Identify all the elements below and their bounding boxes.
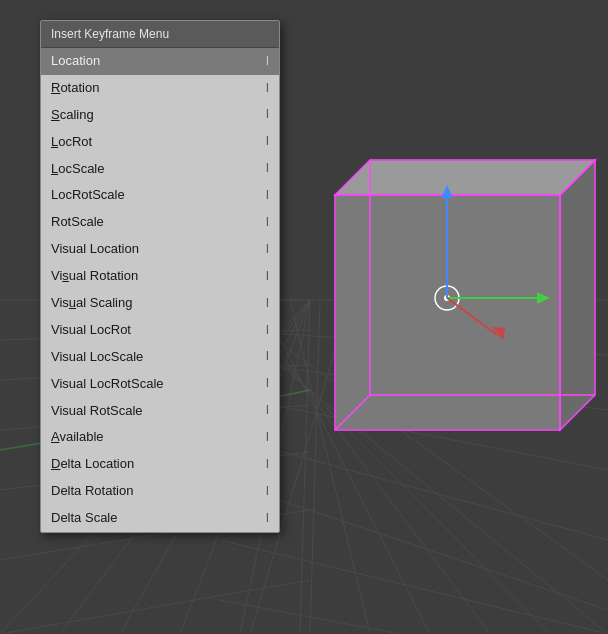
menu-title: Insert Keyframe Menu xyxy=(41,21,279,48)
menu-item-delta-location[interactable]: Delta Location I xyxy=(41,451,279,478)
menu-item-visual-scaling[interactable]: Visual Scaling I xyxy=(41,290,279,317)
menu-item-visual-rotation-shortcut: I xyxy=(266,269,269,285)
menu-item-visual-location-label: Visual Location xyxy=(51,241,258,258)
menu-item-visual-location-shortcut: I xyxy=(266,242,269,258)
menu-item-rotation-shortcut: I xyxy=(266,81,269,97)
insert-keyframe-menu: Insert Keyframe Menu Location I Rotation… xyxy=(40,20,280,533)
menu-item-delta-scale-label: Delta Scale xyxy=(51,510,258,527)
menu-item-visual-locrot[interactable]: Visual LocRot I xyxy=(41,317,279,344)
menu-item-visual-rotation-label: Visual Rotation xyxy=(51,268,258,285)
menu-item-available-shortcut: I xyxy=(266,430,269,446)
menu-item-locscale-shortcut: I xyxy=(266,161,269,177)
menu-item-delta-location-label: Delta Location xyxy=(51,456,258,473)
menu-item-rotation-label: Rotation xyxy=(51,80,258,97)
menu-item-visual-locrot-label: Visual LocRot xyxy=(51,322,258,339)
menu-item-location-shortcut: I xyxy=(266,54,269,70)
svg-line-22 xyxy=(0,580,310,634)
svg-line-28 xyxy=(300,300,310,634)
menu-item-visual-scaling-label: Visual Scaling xyxy=(51,295,258,312)
menu-item-locrot-shortcut: I xyxy=(266,134,269,150)
menu-item-visual-location[interactable]: Visual Location I xyxy=(41,236,279,263)
menu-item-visual-locrotscale-label: Visual LocRotScale xyxy=(51,376,258,393)
menu-item-visual-locrot-shortcut: I xyxy=(266,323,269,339)
menu-item-visual-locrotscale[interactable]: Visual LocRotScale I xyxy=(41,371,279,398)
menu-item-rotscale[interactable]: RotScale I xyxy=(41,209,279,236)
menu-item-visual-scaling-shortcut: I xyxy=(266,296,269,312)
menu-item-visual-locscale[interactable]: Visual LocScale I xyxy=(41,344,279,371)
menu-item-visual-locscale-shortcut: I xyxy=(266,349,269,365)
menu-item-visual-locrotscale-shortcut: I xyxy=(266,376,269,392)
menu-item-location[interactable]: Location I xyxy=(41,48,279,75)
menu-item-delta-scale-shortcut: I xyxy=(266,511,269,527)
menu-item-location-label: Location xyxy=(51,53,258,70)
menu-item-visual-rotscale-shortcut: I xyxy=(266,403,269,419)
menu-item-locscale[interactable]: LocScale I xyxy=(41,156,279,183)
menu-item-available-label: Available xyxy=(51,429,258,446)
menu-item-locscale-label: LocScale xyxy=(51,161,258,178)
menu-item-rotscale-shortcut: I xyxy=(266,215,269,231)
menu-item-locrot[interactable]: LocRot I xyxy=(41,129,279,156)
menu-item-visual-locscale-label: Visual LocScale xyxy=(51,349,258,366)
menu-item-delta-rotation-shortcut: I xyxy=(266,484,269,500)
menu-item-delta-scale[interactable]: Delta Scale I xyxy=(41,505,279,532)
svg-marker-33 xyxy=(335,160,595,195)
menu-item-visual-rotation[interactable]: Visual Rotation I xyxy=(41,263,279,290)
menu-item-scaling[interactable]: Scaling I xyxy=(41,102,279,129)
menu-item-locrotscale-label: LocRotScale xyxy=(51,187,258,204)
svg-marker-34 xyxy=(560,160,595,430)
menu-item-locrotscale-shortcut: I xyxy=(266,188,269,204)
menu-item-rotscale-label: RotScale xyxy=(51,214,258,231)
menu-item-rotation[interactable]: Rotation I xyxy=(41,75,279,102)
menu-item-visual-rotscale-label: Visual RotScale xyxy=(51,403,258,420)
svg-line-14 xyxy=(220,540,608,634)
menu-item-delta-location-shortcut: I xyxy=(266,457,269,473)
svg-line-5 xyxy=(310,300,320,634)
menu-item-delta-rotation[interactable]: Delta Rotation I xyxy=(41,478,279,505)
menu-item-scaling-label: Scaling xyxy=(51,107,258,124)
menu-item-visual-rotscale[interactable]: Visual RotScale I xyxy=(41,398,279,425)
menu-item-delta-rotation-label: Delta Rotation xyxy=(51,483,258,500)
menu-item-available[interactable]: Available I xyxy=(41,424,279,451)
menu-item-locrot-label: LocRot xyxy=(51,134,258,151)
menu-item-locrotscale[interactable]: LocRotScale I xyxy=(41,182,279,209)
menu-item-scaling-shortcut: I xyxy=(266,107,269,123)
